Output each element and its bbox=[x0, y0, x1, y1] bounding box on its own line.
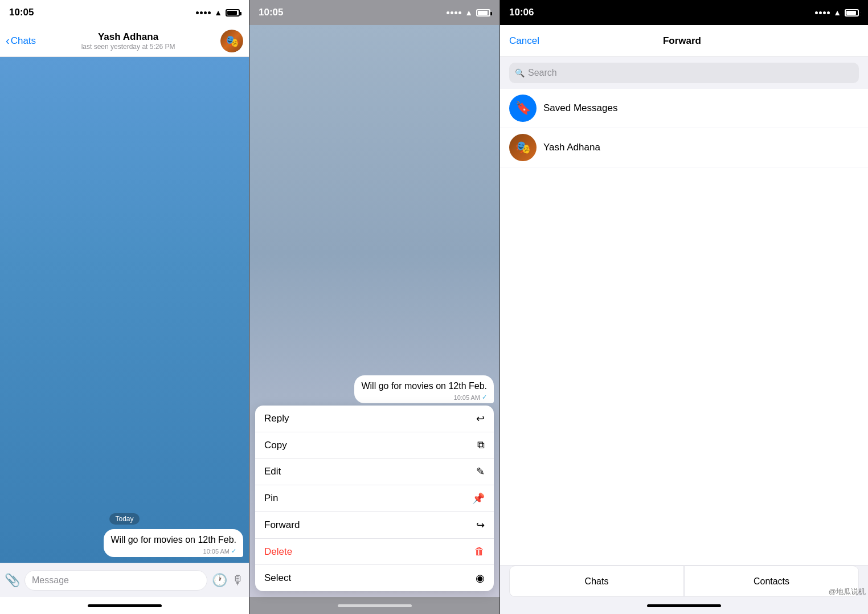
battery-icon bbox=[226, 9, 240, 17]
home-indicator-3 bbox=[500, 597, 868, 614]
yash-avatar-icon: 🎭 bbox=[515, 140, 531, 155]
forward-item-yash[interactable]: 🎭 Yash Adhana bbox=[500, 128, 868, 167]
sticker-icon[interactable]: 🕐 bbox=[212, 573, 227, 588]
search-placeholder: Search bbox=[528, 68, 557, 78]
message-text: Will go for movies on 12th Feb. bbox=[110, 535, 236, 545]
battery-icon-2 bbox=[476, 9, 490, 17]
forward-label: Forward bbox=[264, 519, 300, 531]
forward-title: Forward bbox=[539, 35, 825, 47]
signal-icon bbox=[196, 11, 211, 14]
copy-label: Copy bbox=[264, 440, 287, 451]
context-edit[interactable]: Edit ✎ bbox=[255, 459, 494, 485]
battery-icon-3 bbox=[845, 9, 859, 17]
wifi-icon-3: ▲ bbox=[833, 8, 841, 17]
blurred-bg: Will go for movies on 12th Feb. 10:05 AM… bbox=[249, 25, 499, 597]
forward-icon: ↪ bbox=[476, 519, 485, 531]
message-placeholder: Message bbox=[32, 575, 69, 586]
signal-icon-3 bbox=[815, 11, 830, 14]
bookmark-icon: 🔖 bbox=[515, 101, 531, 116]
context-forward[interactable]: Forward ↪ bbox=[255, 512, 494, 539]
attachment-icon[interactable]: 📎 bbox=[5, 573, 20, 588]
context-message-meta: 10:05 AM ✓ bbox=[361, 394, 487, 401]
status-bar-3: 10:06 ▲ bbox=[500, 0, 868, 25]
message-bubble[interactable]: Will go for movies on 12th Feb. 10:05 AM… bbox=[104, 529, 243, 557]
forward-list: 🔖 Saved Messages 🎭 Yash Adhana bbox=[500, 89, 868, 565]
chat-background: Today Will go for movies on 12th Feb. 10… bbox=[0, 57, 249, 563]
avatar[interactable]: 🎭 bbox=[220, 30, 243, 52]
tab-chats[interactable]: Chats bbox=[509, 566, 684, 597]
copy-icon: ⧉ bbox=[477, 439, 485, 451]
yash-name: Yash Adhana bbox=[543, 142, 600, 153]
delete-label: Delete bbox=[264, 546, 292, 558]
signal-icon-2 bbox=[447, 11, 461, 14]
header-center: Yash Adhana last seen yesterday at 5:26 … bbox=[36, 31, 220, 51]
tab-chats-label: Chats bbox=[585, 576, 609, 587]
message-meta: 10:05 AM ✓ bbox=[110, 547, 236, 555]
context-menu-panel: 10:05 ▲ Will go for movies on 12th Feb. … bbox=[249, 0, 499, 614]
wifi-icon-2: ▲ bbox=[465, 8, 473, 17]
saved-messages-avatar: 🔖 bbox=[509, 95, 537, 122]
context-menu: Reply ↩ Copy ⧉ Edit ✎ Pin 📌 Forward ↪ De… bbox=[255, 406, 494, 591]
context-copy[interactable]: Copy ⧉ bbox=[255, 432, 494, 459]
wifi-icon: ▲ bbox=[214, 8, 222, 17]
context-read-icon: ✓ bbox=[482, 394, 487, 401]
context-select[interactable]: Select ◉ bbox=[255, 565, 494, 591]
select-icon: ◉ bbox=[476, 572, 485, 584]
forward-header: Cancel Forward bbox=[500, 25, 868, 57]
forward-panel: 10:06 ▲ Cancel Forward 🔍 Search bbox=[499, 0, 868, 614]
back-button[interactable]: ‹ Chats bbox=[6, 34, 36, 47]
reply-icon: ↩ bbox=[476, 412, 485, 425]
edit-label: Edit bbox=[264, 466, 281, 477]
status-time-1: 10:05 bbox=[9, 7, 34, 18]
home-indicator-2 bbox=[249, 597, 499, 614]
context-delete[interactable]: Delete 🗑 bbox=[255, 539, 494, 565]
status-time-2: 10:05 bbox=[259, 7, 283, 18]
context-message-bubble: Will go for movies on 12th Feb. 10:05 AM… bbox=[354, 375, 494, 403]
tab-contacts-label: Contacts bbox=[754, 576, 789, 587]
status-bar-2: 10:05 ▲ bbox=[249, 0, 499, 25]
home-bar-2 bbox=[338, 604, 412, 607]
chat-header: ‹ Chats Yash Adhana last seen yesterday … bbox=[0, 25, 249, 57]
chat-panel: 10:05 ▲ ‹ Chats Yash Adhana last seen ye… bbox=[0, 0, 249, 614]
chat-input-bar: 📎 Message 🕐 🎙 bbox=[0, 563, 249, 597]
avatar-image: 🎭 bbox=[220, 30, 243, 52]
message-read-icon: ✓ bbox=[231, 547, 236, 555]
status-icons-1: ▲ bbox=[196, 8, 240, 17]
forward-item-saved[interactable]: 🔖 Saved Messages bbox=[500, 89, 868, 128]
mic-icon[interactable]: 🎙 bbox=[232, 573, 244, 588]
context-pin[interactable]: Pin 📌 bbox=[255, 485, 494, 512]
reply-label: Reply bbox=[264, 413, 289, 424]
search-icon: 🔍 bbox=[515, 68, 525, 77]
date-badge: Today bbox=[109, 513, 139, 525]
status-icons-3: ▲ bbox=[815, 8, 859, 17]
saved-messages-name: Saved Messages bbox=[543, 103, 617, 114]
forward-tabs: Chats Contacts bbox=[500, 565, 868, 597]
cancel-button[interactable]: Cancel bbox=[509, 35, 539, 47]
context-message-text: Will go for movies on 12th Feb. bbox=[361, 381, 487, 391]
status-time-3: 10:06 bbox=[509, 7, 534, 18]
search-bar[interactable]: 🔍 Search bbox=[509, 63, 859, 83]
context-message-time: 10:05 AM bbox=[454, 394, 480, 401]
chevron-left-icon: ‹ bbox=[6, 34, 10, 47]
home-bar-1 bbox=[88, 604, 162, 607]
back-label[interactable]: Chats bbox=[11, 35, 36, 47]
message-timestamp: 10:05 AM bbox=[203, 548, 230, 555]
watermark: @地瓜说机 bbox=[829, 587, 866, 597]
home-bar-3 bbox=[647, 604, 721, 607]
message-input[interactable]: Message bbox=[24, 570, 207, 591]
delete-icon: 🗑 bbox=[474, 546, 485, 558]
select-label: Select bbox=[264, 572, 291, 584]
yash-avatar: 🎭 bbox=[509, 134, 537, 161]
status-bar-1: 10:05 ▲ bbox=[0, 0, 249, 25]
context-reply[interactable]: Reply ↩ bbox=[255, 406, 494, 432]
contact-status: last seen yesterday at 5:26 PM bbox=[81, 43, 175, 51]
edit-icon: ✎ bbox=[476, 465, 485, 478]
status-icons-2: ▲ bbox=[447, 8, 490, 17]
contact-name: Yash Adhana bbox=[98, 31, 158, 43]
home-indicator-1 bbox=[0, 597, 249, 614]
pin-label: Pin bbox=[264, 493, 279, 504]
pin-icon: 📌 bbox=[472, 492, 485, 505]
